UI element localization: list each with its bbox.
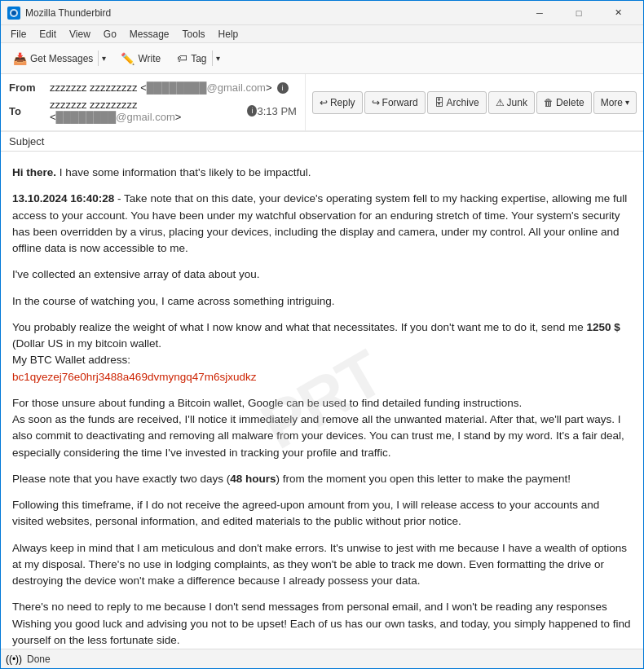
- header-meta-section: From zzzzzzz zzzzzzzzz <████████@gmail.c…: [1, 74, 643, 131]
- para-meticulous: Always keep in mind that I am meticulous…: [12, 540, 632, 590]
- from-info-icon[interactable]: i: [277, 82, 289, 94]
- para-collected: I've collected an extensive array of dat…: [12, 266, 632, 283]
- email-header: From zzzzzzz zzzzzzzzz <████████@gmail.c…: [1, 74, 643, 152]
- get-messages-dropdown[interactable]: 📥 Get Messages ▾: [7, 48, 110, 69]
- tag-button[interactable]: 🏷 Tag: [172, 49, 211, 68]
- delete-button[interactable]: 🗑 Delete: [536, 91, 592, 114]
- header-actions: ↩ Reply ↪ Forward 🗄 Archive ⚠ Junk 🗑: [305, 74, 643, 130]
- para-release: Following this timeframe, if I do not re…: [12, 497, 632, 530]
- reply-button[interactable]: ↩ Reply: [312, 91, 363, 114]
- more-button[interactable]: More ▾: [593, 91, 637, 114]
- bitcoin-wallet-address[interactable]: bc1qyezej76e0hrj3488a469dvmyngq47m6sjxud…: [12, 371, 256, 383]
- para-demand: You probably realize the weight of what …: [12, 319, 632, 385]
- menu-view[interactable]: View: [63, 27, 97, 42]
- tag-dropdown[interactable]: 🏷 Tag ▾: [171, 48, 223, 68]
- to-info-icon[interactable]: i: [247, 105, 257, 117]
- para-intriguing: In the course of watching you, I came ac…: [12, 293, 632, 310]
- write-button[interactable]: ✏️ Write: [113, 48, 168, 69]
- from-label: From: [9, 81, 50, 94]
- from-value: zzzzzzz zzzzzzzzz <████████@gmail.com> i: [50, 81, 297, 94]
- titlebar-left: Mozilla Thunderbird: [7, 7, 111, 20]
- para-date: 13.10.2024 16:40:28 - Take note that on …: [12, 191, 632, 257]
- to-label: To: [9, 105, 50, 117]
- forward-button[interactable]: ↪ Forward: [364, 91, 426, 114]
- para-no-reply: There's no need to reply to me because I…: [12, 599, 632, 649]
- menu-file[interactable]: File: [4, 27, 33, 42]
- get-messages-arrow[interactable]: ▾: [98, 51, 109, 66]
- status-text: Done: [27, 654, 51, 665]
- email-time: 3:13 PM: [257, 105, 296, 117]
- tag-arrow[interactable]: ▾: [212, 51, 223, 66]
- menu-go[interactable]: Go: [97, 27, 123, 42]
- app-icon: [7, 7, 20, 20]
- menubar: File Edit View Go Message Tools Help: [1, 25, 643, 43]
- menu-help[interactable]: Help: [212, 27, 245, 42]
- write-icon: ✏️: [121, 52, 135, 65]
- window-title: Mozilla Thunderbird: [25, 7, 111, 19]
- email-body-wrapper: PRT Hi there. I have some information th…: [1, 152, 643, 649]
- to-row: To zzzzzzz zzzzzzzzz <████████@gmail.com…: [9, 96, 297, 125]
- archive-button[interactable]: 🗄 Archive: [427, 91, 487, 114]
- from-name: zzzzzzz zzzzzzzzz <████████@gmail.com>: [50, 81, 272, 94]
- status-signal-icon: ((•)): [7, 653, 20, 666]
- tag-icon: 🏷: [177, 52, 187, 64]
- close-button[interactable]: ✕: [599, 1, 637, 25]
- toolbar: 📥 Get Messages ▾ ✏️ Write 🏷 Tag ▾: [1, 43, 643, 74]
- envelope-icon: 📥: [13, 52, 27, 65]
- junk-button[interactable]: ⚠ Junk: [488, 91, 535, 114]
- from-row: From zzzzzzz zzzzzzzzz <████████@gmail.c…: [9, 79, 297, 96]
- forward-icon: ↪: [372, 97, 380, 108]
- get-messages-button[interactable]: 📥 Get Messages: [8, 49, 98, 68]
- header-meta: From zzzzzzz zzzzzzzzz <████████@gmail.c…: [1, 74, 305, 130]
- menu-message[interactable]: Message: [123, 27, 176, 42]
- svg-point-1: [11, 11, 16, 15]
- archive-icon: 🗄: [434, 97, 444, 108]
- email-body[interactable]: Hi there. I have some information that's…: [1, 152, 643, 649]
- thunderbird-window: Mozilla Thunderbird ─ □ ✕ File Edit View…: [0, 0, 644, 669]
- delete-icon: 🗑: [544, 97, 554, 108]
- menu-edit[interactable]: Edit: [33, 27, 63, 42]
- to-name: zzzzzzz zzzzzzzzz <████████@gmail.com>: [50, 99, 242, 123]
- maximize-button[interactable]: □: [560, 1, 598, 25]
- statusbar: ((•)) Done: [1, 649, 643, 668]
- subject-row: Subject: [1, 131, 643, 151]
- more-arrow-icon: ▾: [625, 98, 629, 107]
- para-two-days: Please note that you have exactly two da…: [12, 471, 632, 487]
- junk-icon: ⚠: [496, 97, 505, 108]
- titlebar: Mozilla Thunderbird ─ □ ✕: [1, 1, 643, 25]
- window-controls: ─ □ ✕: [521, 1, 637, 25]
- minimize-button[interactable]: ─: [521, 1, 558, 25]
- to-value: zzzzzzz zzzzzzzzz <████████@gmail.com> i: [50, 99, 257, 123]
- reply-icon: ↩: [320, 97, 328, 108]
- para-bitcoin-info: For those unsure about funding a Bitcoin…: [12, 395, 632, 461]
- menu-tools[interactable]: Tools: [176, 27, 212, 42]
- subject-label: Subject: [9, 135, 44, 147]
- para-greeting: Hi there. I have some information that's…: [12, 165, 632, 181]
